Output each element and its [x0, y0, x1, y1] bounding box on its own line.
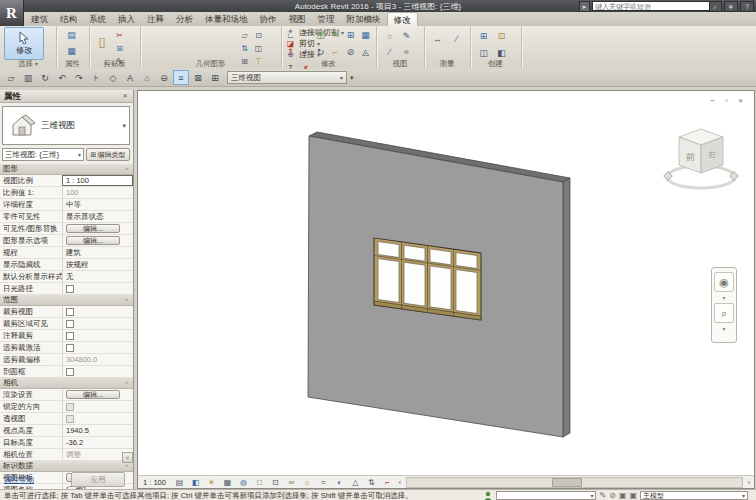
- property-value[interactable]: 编辑... 编辑...: [62, 389, 133, 400]
- create-similar-icon[interactable]: ⊡: [494, 29, 509, 43]
- checkbox[interactable]: [66, 285, 74, 293]
- checkbox[interactable]: [66, 344, 74, 352]
- checkbox[interactable]: [66, 320, 74, 328]
- viewcube[interactable]: 前 右: [661, 115, 749, 199]
- align-icon[interactable]: ∟: [283, 28, 298, 42]
- array-icon[interactable]: ▦: [358, 28, 373, 42]
- unpin-icon[interactable]: ↥: [283, 45, 298, 59]
- property-value[interactable]: -36.2 -36.2: [62, 437, 133, 448]
- pin-icon[interactable]: ⚬: [124, 166, 130, 172]
- create-group-icon[interactable]: ⊞: [476, 29, 491, 43]
- create-parts-icon[interactable]: ◧: [494, 46, 509, 60]
- move-icon[interactable]: +: [298, 45, 313, 59]
- sync-icon[interactable]: ↻: [37, 70, 53, 85]
- instance-selector[interactable]: 三维视图: {三维} ▾: [2, 148, 84, 161]
- chevron-down-icon[interactable]: ▾: [722, 294, 725, 301]
- scale-icon[interactable]: ◬: [358, 45, 373, 59]
- override-graphics-icon[interactable]: ✎: [399, 29, 414, 43]
- drawing-area[interactable]: −▫×: [137, 90, 755, 489]
- tab-analyze[interactable]: 分析: [170, 12, 199, 26]
- tab-insert[interactable]: 插入: [112, 12, 141, 26]
- scroll-left-button[interactable]: ‹: [395, 477, 405, 488]
- offset-icon[interactable]: ◠: [298, 28, 313, 42]
- active-option-only-icon[interactable]: ▣: [629, 491, 637, 500]
- tab-architecture[interactable]: 建筑: [25, 12, 54, 26]
- ribbon-state-toggle[interactable]: ⊡ ▾: [362, 14, 382, 25]
- tab-collaborate[interactable]: 协作: [254, 12, 283, 26]
- help-icon[interactable]: ?: [740, 1, 754, 12]
- pin-icon[interactable]: ⚬: [124, 380, 130, 386]
- type-selector[interactable]: 三维视图 ▾: [2, 106, 130, 145]
- family-types-icon[interactable]: ▦: [64, 44, 79, 58]
- properties-help-link[interactable]: 属性帮助: [4, 475, 34, 485]
- property-value[interactable]: 中等 中等: [62, 199, 133, 210]
- checkbox[interactable]: [66, 403, 74, 411]
- workset-selector[interactable]: ▾: [496, 491, 596, 500]
- mirror-pick-axis-icon[interactable]: ◫: [313, 28, 328, 42]
- editing-requests-icon[interactable]: ✎: [599, 491, 606, 500]
- open-icon[interactable]: ▱: [3, 70, 19, 85]
- value-button[interactable]: 编辑...: [66, 236, 120, 245]
- property-value[interactable]: [62, 306, 133, 317]
- property-value[interactable]: [62, 342, 133, 353]
- apply-button[interactable]: 应用: [71, 472, 125, 487]
- property-value[interactable]: 无 无: [62, 271, 133, 282]
- reveal-constraints-icon[interactable]: ⌐: [380, 476, 395, 489]
- property-value[interactable]: 按规程 按规程: [62, 259, 133, 270]
- search-input[interactable]: [592, 1, 710, 11]
- highlight-displacement-sets-icon[interactable]: ⇅: [364, 476, 379, 489]
- rendering-dialog-icon[interactable]: ◍: [236, 476, 251, 489]
- hide-elements-icon[interactable]: ☼: [382, 29, 397, 43]
- horizontal-scrollbar[interactable]: [406, 477, 743, 488]
- detail-level-icon[interactable]: ▤: [172, 476, 187, 489]
- show-crop-region-icon[interactable]: ⊡: [268, 476, 283, 489]
- close-icon[interactable]: ×: [735, 96, 746, 105]
- property-value[interactable]: 编辑... 编辑...: [62, 223, 133, 234]
- tag-by-category-icon[interactable]: ◇: [105, 70, 121, 85]
- checkbox[interactable]: [66, 308, 74, 316]
- search-go-button[interactable]: ▸: [579, 1, 590, 12]
- apply-coping-icon[interactable]: ⊡: [252, 29, 265, 41]
- temporary-view-properties-icon[interactable]: ◐: [332, 476, 347, 489]
- beam-joins-icon[interactable]: ⇅: [238, 42, 251, 54]
- zoom-icon[interactable]: ⌕: [714, 303, 734, 323]
- property-value[interactable]: 304800.0 304800.0: [62, 354, 133, 365]
- application-menu-button[interactable]: R: [0, 0, 24, 26]
- mirror-draw-axis-icon[interactable]: ✎: [328, 28, 343, 42]
- property-value[interactable]: 建筑 建筑: [62, 247, 133, 258]
- view-scale-button[interactable]: 1 : 100: [143, 478, 166, 487]
- property-value[interactable]: [62, 318, 133, 329]
- tab-annotate[interactable]: 注释: [141, 12, 170, 26]
- tab-modify[interactable]: 修改: [387, 12, 418, 26]
- minimize-icon[interactable]: −: [707, 96, 718, 105]
- property-value[interactable]: 显示原状态 显示原状态: [62, 211, 133, 222]
- tab-view[interactable]: 视图: [283, 12, 312, 26]
- displace-elements-icon[interactable]: ≈: [399, 45, 414, 59]
- property-value[interactable]: [62, 413, 133, 424]
- checkbox[interactable]: [66, 332, 74, 340]
- properties-header[interactable]: 属性 ×: [0, 90, 133, 103]
- measure-icon[interactable]: ↔: [430, 32, 445, 46]
- switch-windows-combo[interactable]: 三维视图 ▾: [227, 71, 347, 84]
- design-options-icon[interactable]: ▣: [619, 491, 627, 500]
- window-element[interactable]: [374, 238, 481, 320]
- thin-lines-icon[interactable]: ≡: [173, 70, 189, 85]
- scrollbar-thumb[interactable]: [552, 478, 582, 487]
- modify-tool-button[interactable]: 修改: [4, 27, 44, 60]
- restore-icon[interactable]: ▫: [721, 96, 732, 105]
- copy-icon[interactable]: ⊞: [343, 28, 358, 42]
- requests-count-icon[interactable]: ⊘: [609, 491, 616, 500]
- text-icon[interactable]: A: [122, 70, 138, 85]
- split-icon[interactable]: ⊘: [343, 45, 358, 59]
- cut-geometry-icon[interactable]: ▱: [238, 29, 251, 41]
- redo-icon[interactable]: ↷: [71, 70, 87, 85]
- worksharing-display-icon[interactable]: ≈: [316, 476, 331, 489]
- steering-wheel-icon[interactable]: ◉: [714, 272, 734, 292]
- edit-type-button[interactable]: ⊞ 编辑类型: [86, 148, 130, 161]
- properties-icon[interactable]: ▤: [64, 28, 79, 42]
- trim-extend-icon[interactable]: ⌐: [328, 45, 343, 59]
- tab-systems[interactable]: 系统: [83, 12, 112, 26]
- property-value[interactable]: [62, 283, 133, 294]
- pin-icon[interactable]: ⚬: [124, 297, 130, 303]
- reveal-hidden-elements-icon[interactable]: ☼: [300, 476, 315, 489]
